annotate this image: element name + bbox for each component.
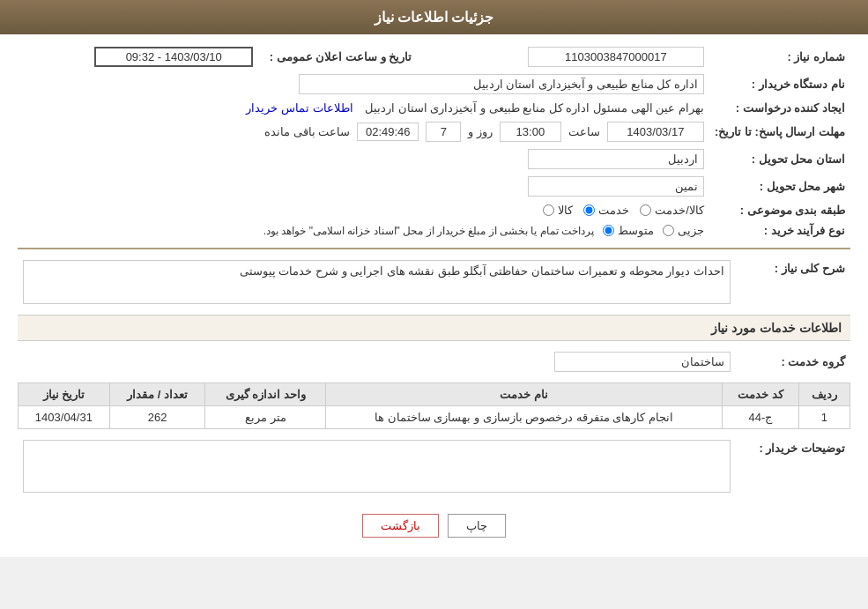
row-service-group: گروه خدمت : ساختمان xyxy=(18,348,850,375)
category-kala-khadamat-label: کالا/خدمت xyxy=(655,204,704,217)
table-row: 1 ج-44 انجام کارهای متفرقه درخصوص بازساز… xyxy=(19,406,850,429)
col-unit: واحد اندازه گیری xyxy=(205,383,326,406)
creator-link[interactable]: اطلاعات تماس خریدار xyxy=(246,101,352,115)
service-group-label: گروه خدمت : xyxy=(736,348,850,375)
purchase-type-motevaset-label: متوسط xyxy=(618,224,654,237)
category-option-kala-khadamat[interactable]: کالا/خدمت xyxy=(640,204,704,217)
service-group-table: گروه خدمت : ساختمان xyxy=(18,348,850,375)
row-category: طبقه بندی موضوعی : کالا/خدمت خدمت کالا xyxy=(18,200,850,220)
col-service-code: کد خدمت xyxy=(723,383,799,406)
creator-value: بهرام عین الهی مسئول اداره کل منابع طبیع… xyxy=(365,101,704,115)
row-delivery-city: شهر محل تحویل : نمین xyxy=(18,173,850,200)
cell-row-num: 1 xyxy=(798,406,849,429)
services-section-header: اطلاعات خدمات مورد نیاز xyxy=(18,315,850,341)
purchase-type-option-jozi[interactable]: جزیی xyxy=(663,224,704,237)
requester-org-label: نام دستگاه خریدار : xyxy=(709,71,850,98)
header-title: جزئیات اطلاعات نیاز xyxy=(375,10,494,25)
cell-service-code: ج-44 xyxy=(723,406,799,429)
general-desc-input[interactable]: احداث دیوار محوطه و تعمیرات ساختمان حفاظ… xyxy=(23,260,731,304)
purchase-type-jozi-radio[interactable] xyxy=(663,225,674,236)
response-deadline-label: مهلت ارسال پاسخ: تا تاریخ: xyxy=(709,118,850,145)
need-number-label: شماره نیاز : xyxy=(709,43,850,71)
general-desc-label: شرح کلی نیاز : xyxy=(736,256,850,308)
category-kala-label: کالا xyxy=(558,204,573,217)
page-wrapper: جزئیات اطلاعات نیاز شماره نیاز : 1103003… xyxy=(0,0,868,557)
back-button[interactable]: بازگشت xyxy=(362,514,439,538)
row-delivery-province: استان محل تحویل : اردبیل xyxy=(18,145,850,173)
deadline-row: 1403/03/17 ساعت 13:00 روز و 7 02:49:46 س… xyxy=(23,122,704,142)
col-date: تاریخ نیاز xyxy=(19,383,110,406)
purchase-type-jozi-label: جزیی xyxy=(678,224,704,237)
category-option-kala[interactable]: کالا xyxy=(543,204,573,217)
buttons-row: چاپ بازگشت xyxy=(18,503,850,548)
purchase-type-motevaset-radio[interactable] xyxy=(603,225,614,236)
row-buyer-notes: توضیحات خریدار : xyxy=(18,436,850,496)
response-days-input: 7 xyxy=(426,122,461,142)
row-need-number: شماره نیاز : 1103003847000017 تاریخ و سا… xyxy=(18,43,850,71)
announce-date-input: 1403/03/10 - 09:32 xyxy=(94,47,253,67)
purchase-type-label: نوع فرآیند خرید : xyxy=(709,220,850,241)
general-desc-table: شرح کلی نیاز : احداث دیوار محوطه و تعمیر… xyxy=(18,256,850,308)
row-purchase-type: نوع فرآیند خرید : جزیی متوسط پرداخت تمام… xyxy=(18,220,850,241)
print-button[interactable]: چاپ xyxy=(448,514,506,538)
category-kala-khadamat-radio[interactable] xyxy=(640,204,651,216)
delivery-province-input: اردبیل xyxy=(528,149,704,169)
col-quantity: تعداد / مقدار xyxy=(109,383,205,406)
response-time-input: 13:00 xyxy=(500,122,561,142)
category-option-khadamat[interactable]: خدمت xyxy=(583,204,629,217)
purchase-type-row: جزیی متوسط پرداخت تمام یا بخشی از مبلغ خ… xyxy=(23,224,704,237)
remaining-label: ساعت باقی مانده xyxy=(264,125,350,138)
delivery-city-input: نمین xyxy=(528,176,704,197)
col-service-name: نام خدمت xyxy=(326,383,723,406)
requester-org-value: اداره کل منابع طبیعی و آبخیزداری استان ا… xyxy=(18,71,709,98)
main-info-table: شماره نیاز : 1103003847000017 تاریخ و سا… xyxy=(18,43,850,241)
cell-date: 1403/04/31 xyxy=(19,406,110,429)
category-kala-radio[interactable] xyxy=(543,204,554,216)
category-label: طبقه بندی موضوعی : xyxy=(709,200,850,220)
need-number-input: 1103003847000017 xyxy=(528,47,704,67)
category-khadamat-radio[interactable] xyxy=(583,204,595,216)
service-group-input: ساختمان xyxy=(554,352,731,372)
page-header: جزئیات اطلاعات نیاز xyxy=(0,0,868,34)
buyer-notes-input[interactable] xyxy=(23,440,731,493)
buyer-notes-table: توضیحات خریدار : xyxy=(18,436,850,496)
cell-unit: متر مربع xyxy=(205,406,326,429)
category-khadamat-label: خدمت xyxy=(598,204,629,217)
remaining-time-display: 02:49:46 xyxy=(357,123,419,141)
cell-quantity: 262 xyxy=(109,406,205,429)
need-number-value: 1103003847000017 xyxy=(443,43,709,71)
row-general-desc: شرح کلی نیاز : احداث دیوار محوطه و تعمیر… xyxy=(18,256,850,308)
announce-date-value: 1403/03/10 - 09:32 xyxy=(18,43,258,71)
col-row-num: ردیف xyxy=(798,383,849,406)
delivery-province-label: استان محل تحویل : xyxy=(709,145,850,173)
creator-label: ایجاد کننده درخواست : xyxy=(709,98,850,118)
response-time-label: ساعت xyxy=(568,125,600,138)
announce-date-label: تاریخ و ساعت اعلان عمومی : xyxy=(258,43,417,71)
delivery-city-label: شهر محل تحویل : xyxy=(709,173,850,200)
row-response-deadline: مهلت ارسال پاسخ: تا تاریخ: 1403/03/17 سا… xyxy=(18,118,850,145)
buyer-notes-label: توضیحات خریدار : xyxy=(736,436,850,496)
content-area: شماره نیاز : 1103003847000017 تاریخ و سا… xyxy=(0,34,868,557)
services-table-header-row: ردیف کد خدمت نام خدمت واحد اندازه گیری ت… xyxy=(19,383,850,406)
response-days-label: روز و xyxy=(468,125,493,138)
requester-org-input: اداره کل منابع طبیعی و آبخیزداری استان ا… xyxy=(299,74,704,94)
divider-1 xyxy=(18,248,850,249)
row-requester-org: نام دستگاه خریدار : اداره کل منابع طبیعی… xyxy=(18,71,850,98)
cell-service-name: انجام کارهای متفرقه درخصوص بازسازی و بهس… xyxy=(326,406,723,429)
purchase-type-note: پرداخت تمام یا بخشی از مبلغ خریدار از مح… xyxy=(263,225,594,237)
purchase-type-option-motevaset[interactable]: متوسط xyxy=(603,224,654,237)
services-table: ردیف کد خدمت نام خدمت واحد اندازه گیری ت… xyxy=(18,382,850,429)
row-creator: ایجاد کننده درخواست : بهرام عین الهی مسئ… xyxy=(18,98,850,118)
category-radio-group: کالا/خدمت خدمت کالا xyxy=(543,204,704,217)
response-date-input: 1403/03/17 xyxy=(607,122,704,142)
